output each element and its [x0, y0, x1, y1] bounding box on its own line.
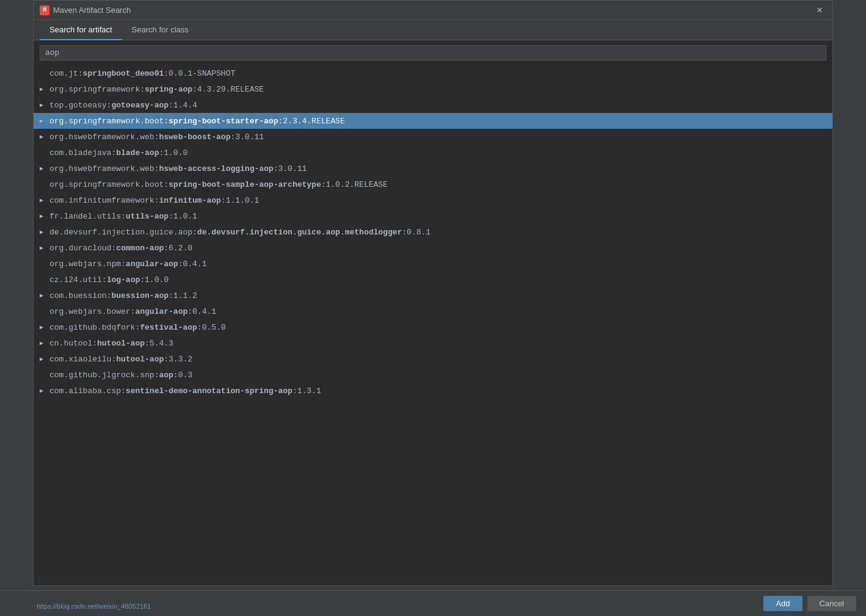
expand-arrow-icon: ▶: [40, 85, 49, 93]
artifact-text: de.devsurf.injection.guice.aop:de.devsur…: [49, 228, 431, 237]
expand-arrow-icon: ▶: [40, 197, 49, 204]
list-item[interactable]: ▶org.duracloud:common-aop:6.2.0: [34, 240, 832, 256]
list-item[interactable]: org.webjars.npm:angular-aop:0.4.1: [34, 256, 832, 272]
list-item[interactable]: org.webjars.bower:angular-aop:0.4.1: [34, 303, 832, 319]
expand-arrow-icon: ▶: [40, 292, 49, 299]
list-item[interactable]: org.springframework.boot:spring-boot-sam…: [34, 176, 832, 192]
list-item[interactable]: ▶fr.landel.utils:utils-aop:1.0.1: [34, 208, 832, 224]
url-hint: https://blog.csdn.net/weixin_48052161: [37, 603, 151, 610]
list-item[interactable]: com.github.jlgrock.snp:aop:0.3: [34, 367, 832, 383]
artifact-text: com.infinitumframework:infinitum-aop:1.1…: [49, 196, 259, 205]
list-item[interactable]: ▶org.springframework:spring-aop:4.3.29.R…: [34, 81, 832, 97]
list-item[interactable]: ▶org.hswebframework.web:hsweb-boost-aop:…: [34, 129, 832, 145]
add-button[interactable]: Add: [763, 596, 802, 611]
list-item[interactable]: ▶de.devsurf.injection.guice.aop:de.devsu…: [34, 224, 832, 240]
results-list: com.jt:springboot_demo01:0.0.1-SNAPSHOT▶…: [34, 65, 832, 585]
list-item[interactable]: ▶com.infinitumframework:infinitum-aop:1.…: [34, 192, 832, 208]
artifact-text: org.springframework.boot:spring-boot-sam…: [49, 180, 388, 189]
artifact-text: cz.i24.util:log-aop:1.0.0: [49, 275, 169, 284]
tabs-bar: Search for artifact Search for class: [34, 20, 832, 40]
artifact-text: com.github.bdqfork:festival-aop:0.5.0: [49, 323, 226, 332]
search-area: [34, 40, 832, 65]
artifact-text: com.github.jlgrock.snp:aop:0.3: [49, 371, 192, 380]
cancel-button[interactable]: Cancel: [807, 596, 856, 611]
artifact-text: org.springframework.boot:spring-boot-sta…: [49, 117, 345, 126]
list-item[interactable]: cz.i24.util:log-aop:1.0.0: [34, 272, 832, 288]
title-bar-left: M Maven Artifact Search: [40, 5, 131, 15]
tab-search-artifact[interactable]: Search for artifact: [40, 20, 122, 40]
artifact-text: com.jt:springboot_demo01:0.0.1-SNAPSHOT: [49, 69, 235, 78]
list-item[interactable]: ▶org.springframework.boot:spring-boot-st…: [34, 113, 832, 129]
artifact-text: org.springframework:spring-aop:4.3.29.RE…: [49, 85, 264, 94]
expand-arrow-icon: ▶: [40, 212, 49, 220]
list-item[interactable]: ▶com.xiaoleilu:hutool-aop:3.3.2: [34, 351, 832, 367]
tab-search-class[interactable]: Search for class: [122, 20, 198, 40]
list-item[interactable]: ▶com.buession:buession-aop:1.1.2: [34, 288, 832, 303]
artifact-text: com.xiaoleilu:hutool-aop:3.3.2: [49, 355, 192, 364]
list-item[interactable]: com.jt:springboot_demo01:0.0.1-SNAPSHOT: [34, 65, 832, 81]
artifact-text: top.gotoeasy:gotoeasy-aop:1.4.4: [49, 101, 197, 110]
list-item[interactable]: ▶cn.hutool:hutool-aop:5.4.3: [34, 335, 832, 351]
expand-arrow-icon: ▶: [40, 165, 49, 172]
expand-arrow-icon: ▶: [40, 117, 49, 125]
expand-arrow-icon: ▶: [40, 101, 49, 109]
expand-arrow-icon: ▶: [40, 355, 49, 363]
list-item[interactable]: ▶com.github.bdqfork:festival-aop:0.5.0: [34, 319, 832, 335]
bottom-bar: https://blog.csdn.net/weixin_48052161 Ad…: [0, 590, 866, 616]
expand-arrow-icon: ▶: [40, 324, 49, 331]
expand-arrow-icon: ▶: [40, 387, 49, 394]
artifact-text: org.hswebframework.web:hsweb-access-logg…: [49, 164, 307, 173]
artifact-text: org.webjars.bower:angular-aop:0.4.1: [49, 307, 216, 316]
expand-arrow-icon: ▶: [40, 339, 49, 347]
maven-dialog: M Maven Artifact Search ✕ Search for art…: [33, 0, 833, 586]
artifact-text: org.hswebframework.web:hsweb-boost-aop:3…: [49, 132, 264, 142]
artifact-text: org.duracloud:common-aop:6.2.0: [49, 244, 192, 253]
list-item[interactable]: ▶top.gotoeasy:gotoeasy-aop:1.4.4: [34, 97, 832, 113]
maven-icon: M: [40, 5, 49, 15]
artifact-text: cn.hutool:hutool-aop:5.4.3: [49, 339, 173, 348]
list-item[interactable]: ▶com.alibaba.csp:sentinel-demo-annotatio…: [34, 383, 832, 399]
artifact-text: com.buession:buession-aop:1.1.2: [49, 291, 197, 300]
artifact-text: com.alibaba.csp:sentinel-demo-annotation…: [49, 386, 321, 396]
list-item[interactable]: com.bladejava:blade-aop:1.0.0: [34, 145, 832, 161]
expand-arrow-icon: ▶: [40, 133, 49, 140]
title-bar: M Maven Artifact Search ✕: [34, 1, 832, 20]
artifact-text: org.webjars.npm:angular-aop:0.4.1: [49, 259, 206, 269]
search-input[interactable]: [40, 45, 826, 60]
close-button[interactable]: ✕: [813, 4, 826, 16]
list-item[interactable]: ▶org.hswebframework.web:hsweb-access-log…: [34, 161, 832, 176]
artifact-text: fr.landel.utils:utils-aop:1.0.1: [49, 212, 197, 221]
dialog-title: Maven Artifact Search: [53, 5, 131, 15]
artifact-text: com.bladejava:blade-aop:1.0.0: [49, 148, 187, 158]
expand-arrow-icon: ▶: [40, 228, 49, 236]
expand-arrow-icon: ▶: [40, 244, 49, 252]
